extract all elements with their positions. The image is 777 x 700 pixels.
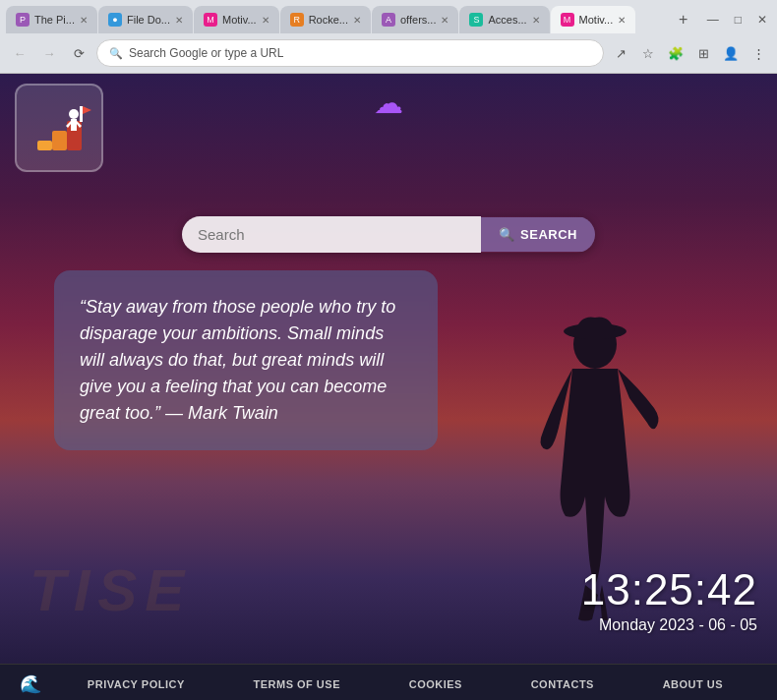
bookmark-icon[interactable]: ☆ xyxy=(637,42,659,64)
svg-marker-6 xyxy=(83,106,91,114)
tab-close-button[interactable]: ✕ xyxy=(353,15,361,26)
search-button-label: SEARCH xyxy=(520,227,577,242)
toolbar-actions: ↗ ☆ 🧩 ⊞ 👤 ⋮ xyxy=(610,42,769,64)
logo-container xyxy=(15,84,103,172)
footer-icon: 🌊 xyxy=(20,673,41,695)
profile-switcher-icon[interactable]: ⊞ xyxy=(692,42,714,64)
footer-link-privacy-policy[interactable]: PRIVACY POLICY xyxy=(88,678,185,690)
footer-link-contacts[interactable]: CONTACTS xyxy=(531,678,594,690)
reload-button[interactable]: ⟳ xyxy=(67,41,90,65)
tab-close-button[interactable]: ✕ xyxy=(441,15,448,26)
close-button[interactable]: ✕ xyxy=(753,11,771,29)
footer-link-terms-of-use[interactable]: TERMS OF USE xyxy=(253,678,340,690)
window-controls: — □ ✕ xyxy=(703,11,771,29)
tab-close-button[interactable]: ✕ xyxy=(262,15,269,26)
search-input[interactable] xyxy=(182,216,481,253)
tab-close-button[interactable]: ✕ xyxy=(618,15,626,26)
tab-label: Acces... xyxy=(488,14,526,26)
footer-links: PRIVACY POLICYTERMS OF USECOOKIESCONTACT… xyxy=(53,678,757,690)
footer-link-cookies[interactable]: COOKIES xyxy=(409,678,462,690)
toolbar: ← → ⟳ 🔍 Search Google or type a URL ↗ ☆ … xyxy=(0,35,777,73)
search-container: 🔍 SEARCH xyxy=(182,216,595,253)
browser-tab-tab7[interactable]: M Motiv... ✕ xyxy=(551,6,636,33)
tab-favicon: R xyxy=(290,13,304,27)
tab-favicon: P xyxy=(16,13,30,27)
clock-date: Monday 2023 - 06 - 05 xyxy=(581,616,757,634)
tab-favicon: A xyxy=(382,13,395,27)
page-content: TISE ☁ xyxy=(0,74,777,700)
account-icon[interactable]: 👤 xyxy=(720,42,742,64)
search-button-icon: 🔍 xyxy=(499,227,515,242)
logo-icon xyxy=(28,96,91,160)
quote-box: “Stay away from those people who try to … xyxy=(54,270,438,450)
search-icon: 🔍 xyxy=(109,47,123,60)
svg-rect-5 xyxy=(80,106,83,122)
tab-bar: P The Pi... ✕ ● File Do... ✕ M Motiv... … xyxy=(6,6,668,33)
tab-favicon: ● xyxy=(108,13,122,27)
tab-favicon: M xyxy=(204,13,217,27)
minimize-button[interactable]: — xyxy=(703,11,723,29)
footer-link-about-us[interactable]: ABOUT US xyxy=(663,678,723,690)
tab-favicon: M xyxy=(561,13,574,27)
clock-time: 13:25:42 xyxy=(581,565,757,614)
extensions-icon[interactable]: 🧩 xyxy=(665,42,687,64)
quote-text: “Stay away from those people who try to … xyxy=(80,294,412,427)
browser-tab-tab4[interactable]: R Rocke... ✕ xyxy=(280,6,371,33)
forward-button[interactable]: → xyxy=(37,41,61,65)
cloud-icon: ☁ xyxy=(374,86,403,120)
svg-rect-2 xyxy=(37,141,52,150)
tab-label: The Pi... xyxy=(34,14,75,26)
browser-tab-tab6[interactable]: S Acces... ✕ xyxy=(459,6,549,33)
tab-favicon: S xyxy=(469,13,483,27)
tab-label: Motiv... xyxy=(579,14,614,26)
new-tab-button[interactable]: + xyxy=(672,8,695,31)
menu-icon[interactable]: ⋮ xyxy=(747,42,769,64)
browser-tab-tab5[interactable]: A offers... ✕ xyxy=(372,6,458,33)
browser-chrome: P The Pi... ✕ ● File Do... ✕ M Motiv... … xyxy=(0,0,777,74)
address-text: Search Google or type a URL xyxy=(129,46,591,60)
tab-label: offers... xyxy=(400,14,436,26)
browser-tab-tab3[interactable]: M Motiv... ✕ xyxy=(194,6,279,33)
tab-close-button[interactable]: ✕ xyxy=(532,15,540,26)
tab-label: Rocke... xyxy=(309,14,348,26)
svg-point-7 xyxy=(69,109,79,119)
browser-tab-tab2[interactable]: ● File Do... ✕ xyxy=(98,6,193,33)
browser-tab-tab1[interactable]: P The Pi... ✕ xyxy=(6,6,97,33)
svg-rect-3 xyxy=(52,131,67,150)
back-button[interactable]: ← xyxy=(8,41,31,65)
footer: 🌊 PRIVACY POLICYTERMS OF USECOOKIESCONTA… xyxy=(0,664,777,700)
address-bar[interactable]: 🔍 Search Google or type a URL xyxy=(96,39,604,67)
tab-label: Motiv... xyxy=(222,14,257,26)
title-bar: P The Pi... ✕ ● File Do... ✕ M Motiv... … xyxy=(0,0,777,35)
maximize-button[interactable]: □ xyxy=(731,11,746,29)
clock-container: 13:25:42 Monday 2023 - 06 - 05 xyxy=(581,565,757,634)
share-icon[interactable]: ↗ xyxy=(610,42,631,64)
tab-close-button[interactable]: ✕ xyxy=(80,15,88,26)
tab-close-button[interactable]: ✕ xyxy=(175,15,183,26)
search-button[interactable]: 🔍 SEARCH xyxy=(481,217,595,252)
tab-label: File Do... xyxy=(127,14,170,26)
